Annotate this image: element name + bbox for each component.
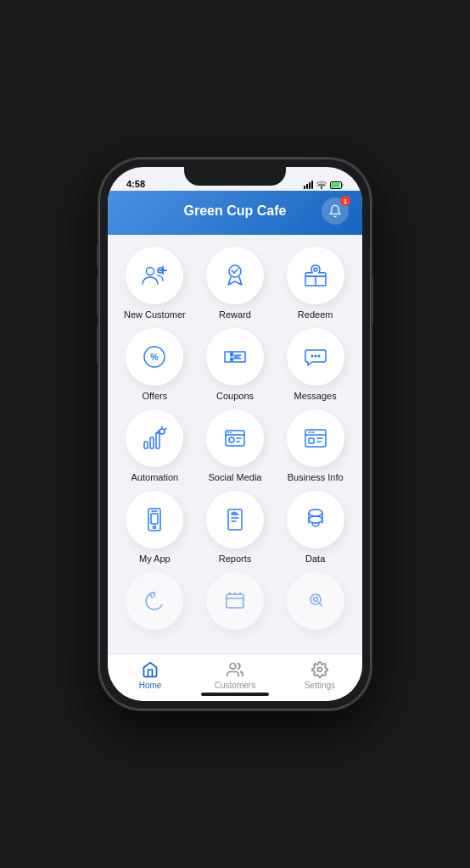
redeem-icon-circle [287, 247, 344, 304]
svg-text:%: % [150, 352, 159, 362]
wifi-icon [316, 181, 327, 189]
messages-icon-circle [287, 328, 344, 386]
grid-item-new-customer[interactable]: New Customer [118, 247, 192, 320]
social-media-icon-circle [206, 409, 264, 467]
settings-nav-icon [311, 660, 329, 679]
notifications-button[interactable]: 1 [322, 198, 349, 225]
svg-point-22 [229, 437, 234, 442]
my-app-icon-circle [126, 491, 183, 548]
partial-icon-3 [287, 572, 344, 630]
my-app-label: My App [139, 554, 171, 564]
data-icon-circle [287, 491, 344, 548]
svg-point-9 [314, 268, 317, 271]
my-app-icon [139, 504, 170, 535]
main-content: New Customer Reward [108, 235, 362, 654]
grid-item-messages[interactable]: Messages [278, 328, 352, 401]
nav-item-home[interactable]: Home [108, 660, 193, 695]
svg-rect-27 [148, 509, 160, 531]
settings-icon [311, 661, 328, 678]
phone-screen: 4:58 [108, 167, 362, 701]
customers-icon [227, 661, 243, 678]
status-icons [304, 181, 344, 189]
grid-item-coupons[interactable]: Coupons [199, 328, 272, 401]
svg-point-24 [230, 432, 232, 434]
svg-rect-18 [150, 437, 154, 448]
partial-icon-1 [126, 572, 183, 630]
svg-point-12 [230, 353, 232, 356]
bell-icon [328, 204, 342, 218]
reports-label: Reports [219, 554, 252, 564]
svg-point-32 [309, 516, 322, 523]
phone-frame: 4:58 [99, 159, 371, 709]
grid-item-redeem[interactable]: Redeem [278, 247, 352, 320]
nav-item-settings[interactable]: Settings [277, 660, 362, 695]
svg-rect-19 [156, 433, 159, 448]
svg-rect-3 [342, 183, 344, 186]
grid-item-data[interactable]: Data [278, 491, 352, 564]
grid-item-reward[interactable]: Reward [199, 247, 272, 320]
data-icon [300, 504, 331, 535]
reward-icon-circle [206, 247, 264, 304]
grid-item-partial-2[interactable] [199, 572, 272, 630]
svg-point-14 [311, 355, 313, 358]
nav-item-customers[interactable]: Customers [193, 660, 277, 695]
offers-icon: % [139, 342, 170, 372]
new-customer-label: New Customer [124, 309, 186, 320]
new-customer-icon [139, 260, 170, 291]
grid-item-offers[interactable]: % Offers [118, 328, 192, 401]
signal-icon [304, 181, 313, 189]
business-info-label: Business Info [288, 472, 344, 482]
battery-icon [330, 181, 344, 189]
grid-item-automation[interactable]: Automation [118, 409, 192, 482]
home-nav-label: Home [139, 681, 162, 690]
customers-nav-label: Customers [215, 681, 255, 690]
svg-point-37 [318, 668, 322, 672]
svg-point-23 [227, 432, 229, 434]
svg-point-31 [309, 509, 322, 516]
home-indicator [201, 693, 269, 696]
svg-point-16 [317, 355, 320, 358]
menu-grid: New Customer Reward [118, 247, 352, 564]
grid-item-social-media[interactable]: Social Media [199, 409, 272, 482]
reports-icon-circle [206, 491, 264, 548]
reports-icon [220, 504, 250, 535]
svg-point-13 [230, 359, 232, 361]
svg-point-4 [147, 268, 154, 275]
partial-2-icon [220, 586, 250, 616]
settings-nav-label: Settings [305, 681, 335, 690]
home-icon [142, 661, 159, 678]
reward-label: Reward [219, 309, 251, 320]
redeem-icon [300, 260, 331, 291]
app-header: Green Cup Cafe 1 [108, 191, 362, 235]
coupons-icon-circle [206, 328, 264, 386]
notch [184, 167, 286, 186]
social-media-icon [220, 423, 250, 453]
app-title: Green Cup Cafe [148, 203, 322, 219]
new-customer-icon-circle [126, 247, 183, 304]
automation-icon-circle [126, 409, 183, 467]
grid-item-reports[interactable]: Reports [199, 491, 272, 564]
automation-label: Automation [131, 472, 179, 482]
svg-point-15 [314, 355, 316, 358]
coupons-icon [220, 342, 250, 372]
home-nav-icon [141, 660, 159, 679]
svg-rect-29 [151, 514, 158, 524]
notification-badge: 1 [340, 196, 350, 206]
svg-point-35 [313, 598, 317, 602]
business-info-icon-circle [287, 409, 344, 467]
reward-icon [220, 260, 250, 291]
offers-icon-circle: % [126, 328, 183, 386]
svg-rect-17 [144, 442, 148, 448]
messages-icon [300, 342, 331, 372]
grid-item-business-info[interactable]: Business Info [278, 409, 352, 482]
grid-item-my-app[interactable]: My App [118, 491, 192, 564]
coupons-label: Coupons [216, 391, 254, 401]
svg-rect-33 [227, 594, 243, 608]
partial-3-icon [300, 586, 331, 616]
partial-icon-2 [206, 572, 264, 630]
customers-nav-icon [226, 660, 244, 679]
grid-item-partial-1[interactable] [118, 572, 192, 630]
grid-item-partial-3[interactable] [278, 572, 352, 630]
redeem-label: Redeem [298, 309, 333, 320]
svg-rect-26 [309, 438, 314, 443]
